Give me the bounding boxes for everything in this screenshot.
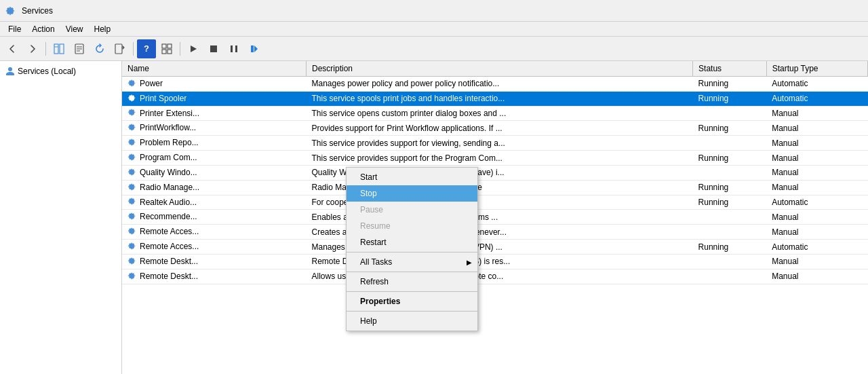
table-row[interactable]: Printer Extensi... This service opens cu… xyxy=(122,106,868,121)
service-startup: Manual xyxy=(766,136,867,151)
ctx-restart[interactable]: Restart xyxy=(347,234,477,250)
service-status xyxy=(693,269,767,284)
main-area: Services (Local) Name Description Status… xyxy=(0,61,868,374)
service-status: Running xyxy=(693,195,767,210)
forward-icon xyxy=(27,43,38,54)
col-header-startup[interactable]: Startup Type xyxy=(766,61,867,77)
table-row[interactable]: Remote Acces... Creates a connection to … xyxy=(122,225,868,240)
services-local-icon xyxy=(5,67,15,76)
ctx-stop[interactable]: Stop xyxy=(347,185,477,202)
table-row[interactable]: Power Manages power policy and power pol… xyxy=(122,77,868,92)
menu-action[interactable]: Action xyxy=(26,23,60,35)
svg-rect-0 xyxy=(54,44,58,54)
left-panel: Services (Local) xyxy=(0,61,122,374)
service-startup: Automatic xyxy=(766,240,867,255)
pause-icon xyxy=(229,44,239,54)
service-status: Running xyxy=(693,121,767,136)
service-name: Power xyxy=(122,77,306,92)
restart-service-button[interactable] xyxy=(245,39,264,58)
service-status: Running xyxy=(693,77,767,92)
service-status xyxy=(693,136,767,151)
table-row[interactable]: Program Com... This service provides sup… xyxy=(122,151,868,166)
service-desc: This service provides support for viewin… xyxy=(306,136,692,151)
ctx-refresh[interactable]: Refresh xyxy=(347,274,477,290)
ctx-sep-4 xyxy=(347,311,477,312)
table-row[interactable]: Realtek Audio... For cooperation with Re… xyxy=(122,195,868,210)
service-startup: Manual xyxy=(766,210,867,225)
table-row[interactable]: Remote Acces... Manages dial-up and virt… xyxy=(122,240,868,255)
svg-marker-16 xyxy=(254,45,258,52)
export-button[interactable] xyxy=(111,39,130,58)
ctx-help[interactable]: Help xyxy=(347,313,477,329)
service-name: Quality Windo... xyxy=(122,165,306,180)
service-name: Realtek Audio... xyxy=(122,195,306,210)
table-row[interactable]: Remote Deskt... Allows users to connect … xyxy=(122,269,868,284)
service-startup: Manual xyxy=(766,106,867,121)
back-icon xyxy=(7,43,18,54)
svg-rect-11 xyxy=(167,50,172,54)
ctx-resume: Resume xyxy=(347,218,477,234)
service-name: Radio Manage... xyxy=(122,180,306,195)
refresh-button[interactable] xyxy=(90,39,109,58)
service-startup: Manual xyxy=(766,151,867,166)
service-name: Problem Repo... xyxy=(122,136,306,151)
ctx-arrow-icon: ▶ xyxy=(467,259,472,266)
service-status xyxy=(693,210,767,225)
service-desc: This service spools print jobs and handl… xyxy=(306,91,692,106)
service-status: Running xyxy=(693,91,767,106)
svg-rect-15 xyxy=(235,45,237,52)
ctx-properties[interactable]: Properties xyxy=(347,293,477,310)
service-startup: Automatic xyxy=(766,77,867,92)
col-header-desc[interactable]: Description xyxy=(306,61,692,77)
service-startup: Manual xyxy=(766,225,867,240)
start-service-button[interactable] xyxy=(184,39,203,58)
table-row[interactable]: PrintWorkflow... Provides support for Pr… xyxy=(122,121,868,136)
service-status xyxy=(693,106,767,121)
table-row[interactable]: Print Spooler This service spools print … xyxy=(122,91,868,106)
service-name: Remote Deskt... xyxy=(122,254,306,269)
menu-file[interactable]: File xyxy=(3,23,26,35)
service-name: Recommende... xyxy=(122,210,306,225)
context-menu: Start Stop Pause Resume Restart All Task… xyxy=(346,167,478,331)
col-header-name[interactable]: Name xyxy=(122,61,306,77)
menu-help[interactable]: Help xyxy=(89,23,117,35)
play-icon xyxy=(189,44,198,54)
table-row[interactable]: Quality Windo... Quality Windows Audio V… xyxy=(122,165,868,180)
pause-service-button[interactable] xyxy=(224,39,243,58)
svg-rect-9 xyxy=(167,44,172,48)
refresh-icon xyxy=(94,43,105,54)
services-table: Name Description Status Startup Type Pow… xyxy=(122,61,868,284)
service-name: Printer Extensi... xyxy=(122,106,306,121)
title-icon xyxy=(5,6,15,16)
menu-view[interactable]: View xyxy=(60,23,89,35)
service-name: Remote Acces... xyxy=(122,225,306,240)
help-button[interactable]: ? xyxy=(137,39,156,58)
service-startup: Manual xyxy=(766,254,867,269)
services-local-item[interactable]: Services (Local) xyxy=(3,64,119,79)
service-name: PrintWorkflow... xyxy=(122,121,306,136)
ctx-start[interactable]: Start xyxy=(347,169,477,185)
console-tree-button[interactable] xyxy=(50,39,68,58)
table-row[interactable]: Remote Deskt... Remote Desktop Configura… xyxy=(122,254,868,269)
table-row[interactable]: Radio Manage... Radio Management and Air… xyxy=(122,180,868,195)
ctx-all-tasks[interactable]: All Tasks ▶ xyxy=(347,254,477,270)
service-status: Running xyxy=(693,180,767,195)
service-startup: Manual xyxy=(766,180,867,195)
view-button[interactable] xyxy=(157,39,176,58)
toolbar-sep-2 xyxy=(133,42,134,56)
table-row[interactable]: Problem Repo... This service provides su… xyxy=(122,136,868,151)
table-row[interactable]: Recommende... Enables automatic mitigati… xyxy=(122,210,868,225)
svg-rect-14 xyxy=(231,45,233,52)
service-status: Running xyxy=(693,151,767,166)
services-table-container[interactable]: Name Description Status Startup Type Pow… xyxy=(122,61,868,374)
toolbar-sep-3 xyxy=(180,42,180,56)
svg-rect-8 xyxy=(162,44,166,48)
service-desc: This service opens custom printer dialog… xyxy=(306,106,692,121)
back-button[interactable] xyxy=(3,39,22,58)
stop-service-button[interactable] xyxy=(204,39,223,58)
right-panel: Name Description Status Startup Type Pow… xyxy=(122,61,868,374)
col-header-status[interactable]: Status xyxy=(693,61,767,77)
forward-button[interactable] xyxy=(23,39,42,58)
export-icon xyxy=(115,43,125,54)
properties-page-button[interactable] xyxy=(70,39,89,58)
